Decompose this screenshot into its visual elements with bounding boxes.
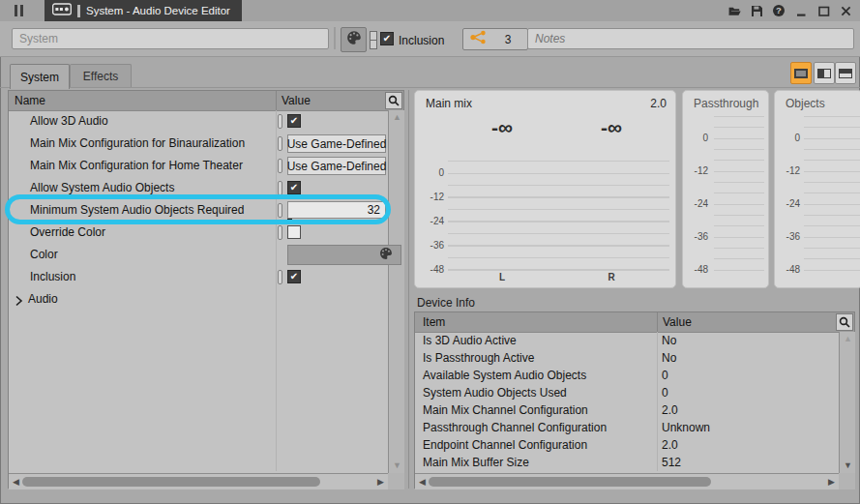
split-rows-icon bbox=[839, 69, 852, 78]
property-name[interactable]: Audio bbox=[28, 288, 58, 311]
hscroll-thumb[interactable] bbox=[22, 477, 320, 487]
device-info-vscrollbar[interactable]: ▲ ▼ bbox=[839, 332, 855, 473]
info-item-value: 2.0 bbox=[662, 436, 678, 454]
scroll-up-icon[interactable]: ▲ bbox=[844, 335, 852, 343]
property-search-button[interactable] bbox=[385, 92, 402, 109]
info-item-label: Is 3D Audio Active bbox=[423, 332, 517, 349]
main-mix-configuration-for-binauralization-button[interactable]: Use Game-Defined bbox=[287, 134, 386, 153]
meter-scale-label: -12 bbox=[687, 165, 708, 176]
scroll-up-icon[interactable]: ▲ bbox=[393, 113, 401, 122]
device-info-row-endpoint-channel-configuration[interactable]: Endpoint Channel Configuration2.0 bbox=[415, 436, 839, 454]
meter-scale-label: -36 bbox=[419, 240, 444, 251]
meter-scale-label: 0 bbox=[687, 133, 708, 143]
override-color-checkbox[interactable] bbox=[287, 225, 301, 239]
device-info-search-button[interactable] bbox=[836, 313, 853, 331]
info-item-value: 2.0 bbox=[662, 401, 678, 419]
svg-text:?: ? bbox=[776, 5, 782, 15]
property-name: Color bbox=[30, 244, 58, 266]
device-info-row-is-3d-audio-active[interactable]: Is 3D Audio ActiveNo bbox=[415, 332, 839, 349]
references-button[interactable]: 3 bbox=[462, 28, 528, 50]
value-splitter-handle[interactable] bbox=[278, 136, 282, 151]
search-icon bbox=[839, 316, 850, 328]
property-row-allow-system-audio-objects: Allow System Audio Objects✔ bbox=[9, 177, 388, 199]
view-split-columns-button[interactable] bbox=[814, 62, 835, 84]
property-name: Inclusion bbox=[30, 266, 75, 288]
column-divider[interactable] bbox=[276, 91, 277, 110]
references-count: 3 bbox=[494, 33, 521, 46]
minimize-icon[interactable] bbox=[794, 4, 808, 17]
main-mix-gridlines bbox=[448, 161, 669, 278]
meter-scale-label: -12 bbox=[779, 165, 800, 176]
maximize-icon[interactable] bbox=[816, 4, 830, 17]
value-splitter-handle[interactable] bbox=[278, 159, 282, 173]
notes-input[interactable] bbox=[527, 28, 854, 49]
window-title: System - Audio Device Editor bbox=[86, 5, 230, 16]
tab-effects[interactable]: Effects bbox=[70, 64, 132, 87]
column-divider[interactable] bbox=[657, 312, 658, 332]
scroll-right-icon[interactable]: ▶ bbox=[377, 478, 384, 487]
palette-icon bbox=[346, 30, 362, 49]
color-palette-button[interactable] bbox=[341, 27, 367, 52]
meter-scale-label: -36 bbox=[687, 231, 708, 242]
scroll-left-icon[interactable]: ◀ bbox=[13, 478, 19, 487]
device-info-row-system-audio-objects-used[interactable]: System Audio Objects Used0 bbox=[415, 384, 839, 401]
meter-scale-label: -24 bbox=[687, 198, 708, 209]
column-item: Item bbox=[423, 315, 445, 329]
pane-divider[interactable] bbox=[408, 90, 409, 489]
split-columns-icon bbox=[817, 69, 831, 78]
hscroll-thumb[interactable] bbox=[429, 477, 711, 487]
property-grid-hscrollbar[interactable]: ◀ ▶ bbox=[9, 473, 388, 489]
inclusion-checkbox[interactable]: ✔ bbox=[287, 270, 301, 283]
value-splitter-handle[interactable] bbox=[278, 270, 282, 284]
title-separator bbox=[77, 5, 80, 17]
close-icon[interactable] bbox=[839, 4, 852, 17]
info-item-value: Unknown bbox=[662, 419, 710, 436]
value-splitter-handle[interactable] bbox=[278, 203, 282, 218]
column-name: Name bbox=[15, 94, 45, 107]
device-info-row-is-passthrough-active[interactable]: Is Passthrough ActiveNo bbox=[415, 349, 839, 367]
device-info-row-passthrough-channel-configuration[interactable]: Passthrough Channel ConfigurationUnknown bbox=[415, 419, 839, 436]
main-mix-readout-left: -∞ bbox=[468, 116, 536, 139]
info-item-label: Is Passthrough Active bbox=[423, 349, 534, 367]
value-splitter-handle[interactable] bbox=[278, 114, 282, 129]
scroll-left-icon[interactable]: ◀ bbox=[419, 478, 426, 487]
meter-scale-label: -48 bbox=[419, 264, 444, 275]
meter-scale-label: 0 bbox=[779, 133, 800, 143]
view-split-rows-button[interactable] bbox=[835, 62, 856, 84]
device-info-row-main-mix-channel-configuration[interactable]: Main Mix Channel Configuration2.0 bbox=[415, 401, 839, 419]
device-info-table: Item Value Is 3D Audio ActiveNoIs Passth… bbox=[414, 311, 855, 489]
window-title-tab[interactable]: System - Audio Device Editor bbox=[44, 0, 242, 21]
device-info-title: Device Info bbox=[417, 296, 475, 310]
scroll-down-icon[interactable]: ▼ bbox=[844, 461, 852, 470]
color-swatch-button[interactable] bbox=[287, 245, 401, 265]
property-name: Main Mix Configuration for Binauralizati… bbox=[30, 133, 245, 155]
device-info-row-available-system-audio-objects[interactable]: Available System Audio Objects0 bbox=[415, 367, 839, 384]
value-splitter-handle[interactable] bbox=[278, 181, 282, 195]
save-icon[interactable] bbox=[750, 4, 763, 17]
toolbar-splitter-handle[interactable] bbox=[370, 31, 377, 49]
property-grid-vscrollbar[interactable]: ▲ ▼ bbox=[388, 110, 404, 473]
device-info-hscrollbar[interactable]: ◀ ▶ bbox=[415, 473, 839, 489]
dock-grip[interactable] bbox=[15, 5, 26, 16]
value-splitter-handle[interactable] bbox=[278, 225, 282, 240]
info-item-value: 0 bbox=[662, 367, 668, 384]
meter-scale-label: 0 bbox=[419, 167, 444, 178]
meter-scale-label: -48 bbox=[779, 264, 800, 275]
scroll-down-icon[interactable]: ▼ bbox=[393, 461, 401, 470]
minimum-system-audio-objects-required-field[interactable]: 32 bbox=[287, 201, 386, 219]
channel-label-r: R bbox=[592, 272, 631, 282]
allow-3d-audio-checkbox[interactable]: ✔ bbox=[287, 114, 301, 128]
meter-scale-label: -24 bbox=[779, 198, 800, 209]
main-mix-configuration-for-home-theater-button[interactable]: Use Game-Defined bbox=[287, 157, 386, 175]
expand-chevron-icon[interactable] bbox=[15, 293, 23, 311]
device-info-row-main-mix-buffer-size[interactable]: Main Mix Buffer Size512 bbox=[415, 454, 839, 471]
open-icon[interactable] bbox=[727, 4, 741, 17]
scroll-right-icon[interactable]: ▶ bbox=[828, 478, 835, 487]
tab-system[interactable]: System bbox=[10, 64, 70, 89]
object-name-input[interactable] bbox=[12, 28, 329, 49]
allow-system-audio-objects-checkbox[interactable]: ✔ bbox=[287, 181, 301, 194]
inclusion-checkbox[interactable]: ✔ bbox=[380, 32, 394, 45]
help-icon[interactable]: ? bbox=[772, 4, 786, 17]
view-single-pane-button[interactable] bbox=[790, 62, 812, 84]
device-info-header: Item Value bbox=[415, 312, 854, 333]
